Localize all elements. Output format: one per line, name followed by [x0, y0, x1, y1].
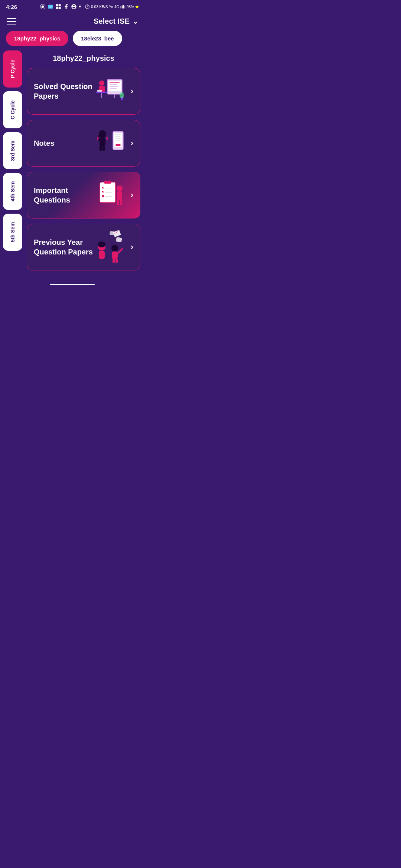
svg-point-34: [99, 130, 106, 135]
right-status: 0.03 KB/S Yo 4G 98%: [85, 4, 139, 9]
home-indicator: [50, 284, 95, 285]
svg-rect-59: [113, 259, 115, 263]
svg-rect-39: [104, 181, 111, 184]
tab-physics[interactable]: 18phy22_physics: [6, 31, 68, 46]
svg-rect-58: [112, 251, 118, 259]
iq-illustration: [94, 180, 127, 210]
svg-rect-49: [120, 199, 122, 205]
svg-marker-11: [135, 5, 139, 9]
status-time: 4:26: [6, 4, 17, 10]
card-solved-question-papers[interactable]: Solved Question Papers: [27, 68, 140, 115]
iq-chevron-icon: ›: [131, 190, 133, 200]
card-right-sqp: ›: [94, 76, 133, 106]
header: Select ISE ⌄: [0, 13, 145, 31]
card-previous-year[interactable]: Previous Year Question Papers: [27, 224, 140, 270]
svg-rect-4: [56, 7, 58, 9]
content-area: 18phy22_physics Solved Question Papers: [25, 50, 145, 276]
svg-point-46: [117, 185, 123, 191]
svg-rect-35: [100, 138, 105, 146]
pyqp-illustration: [94, 232, 127, 262]
svg-point-55: [98, 241, 105, 247]
svg-rect-56: [99, 251, 105, 259]
svg-rect-7: [121, 6, 121, 9]
chevron-down-icon: ⌄: [133, 17, 138, 26]
svg-rect-22: [96, 92, 107, 93]
svg-rect-51: [116, 237, 122, 242]
svg-point-24: [120, 92, 124, 98]
card-right-iq: ›: [94, 180, 133, 210]
svg-rect-10: [124, 6, 125, 9]
sidebar-item-3rd-sem[interactable]: 3rd Sem: [3, 132, 22, 169]
svg-rect-37: [102, 145, 105, 151]
subject-title: 18phy22_physics: [27, 50, 140, 68]
bottom-indicator: [0, 276, 145, 288]
select-ise-label: Select ISE: [94, 17, 130, 26]
svg-rect-44: [102, 195, 104, 197]
main-area: P Cycle C Cycle 3rd Sem 4th Sem 5th Sem …: [0, 50, 145, 276]
select-ise-button[interactable]: Select ISE ⌄: [94, 17, 138, 26]
svg-rect-48: [117, 199, 119, 205]
sidebar-item-5th-sem[interactable]: 5th Sem: [3, 214, 22, 251]
card-right-notes: ›: [94, 128, 133, 158]
hamburger-menu[interactable]: [7, 18, 16, 25]
notes-illustration: [94, 128, 127, 158]
card-label-notes: Notes: [34, 138, 55, 148]
svg-point-57: [111, 245, 118, 251]
app-icons: •: [40, 3, 81, 11]
svg-rect-52: [110, 231, 114, 235]
svg-rect-9: [123, 5, 124, 8]
svg-rect-32: [115, 144, 121, 146]
card-important-questions[interactable]: Important Questions: [27, 172, 140, 218]
cycle-sidebar: P Cycle C Cycle 3rd Sem 4th Sem 5th Sem: [0, 50, 25, 276]
card-label-iq: Important Questions: [34, 185, 94, 205]
card-label-pyqp: Previous Year Question Papers: [34, 237, 94, 257]
pyqp-chevron-icon: ›: [131, 242, 133, 252]
svg-rect-2: [56, 4, 58, 6]
notes-chevron-icon: ›: [131, 138, 133, 148]
svg-rect-3: [59, 4, 61, 6]
svg-rect-36: [100, 145, 102, 151]
svg-rect-47: [117, 191, 122, 200]
svg-rect-8: [122, 6, 123, 9]
sqp-chevron-icon: ›: [131, 86, 133, 96]
card-right-pyqp: ›: [94, 232, 133, 262]
svg-line-61: [118, 249, 122, 253]
svg-point-19: [99, 80, 104, 86]
svg-rect-1: [48, 5, 53, 9]
svg-rect-5: [59, 7, 61, 9]
status-bar: 4:26 • 0.03 KB/S Yo 4G 98%: [0, 0, 145, 13]
sidebar-item-4th-sem[interactable]: 4th Sem: [3, 173, 22, 210]
svg-rect-13: [108, 81, 121, 91]
tab-bee[interactable]: 18ele23_bee: [73, 31, 122, 46]
subject-tabs: 18phy22_physics 18ele23_bee: [0, 31, 145, 50]
svg-rect-25: [97, 90, 102, 92]
sidebar-item-c-cycle[interactable]: C Cycle: [3, 91, 22, 128]
sqp-illustration: [94, 76, 127, 106]
card-notes[interactable]: Notes: [27, 120, 140, 167]
status-icons: • 0.03 KB/S Yo 4G 98%: [40, 3, 139, 11]
svg-rect-60: [115, 259, 118, 263]
card-label-sqp: Solved Question Papers: [34, 82, 94, 101]
sidebar-item-p-cycle[interactable]: P Cycle: [3, 50, 22, 88]
